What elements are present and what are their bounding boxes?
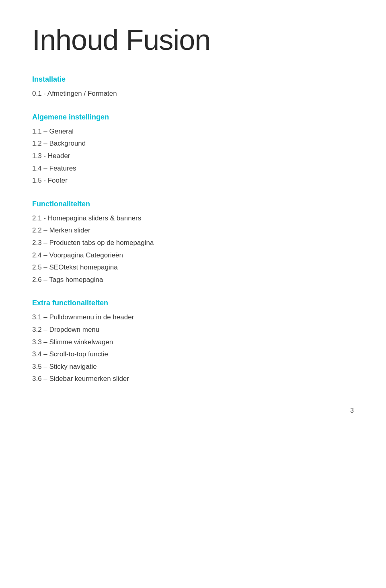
toc-item-31: 3.1 – Pulldownmenu in de header (32, 311, 354, 324)
section-installatie: Installatie 0.1 - Afmetingen / Formaten (32, 75, 354, 100)
section-algemene-instellingen: Algemene instellingen 1.1 – General 1.2 … (32, 113, 354, 187)
toc-item-23: 2.3 – Producten tabs op de homepagina (32, 237, 354, 249)
toc-item-26: 2.6 – Tags homepagina (32, 274, 354, 286)
toc-item-35: 3.5 – Sticky navigatie (32, 361, 354, 373)
toc-item-25: 2.5 – SEOtekst homepagina (32, 261, 354, 274)
toc-item-21: 2.1 - Homepagina sliders & banners (32, 212, 354, 225)
page-container: Inhoud Fusion Installatie 0.1 - Afmeting… (0, 0, 386, 430)
toc-item-01: 0.1 - Afmetingen / Formaten (32, 88, 354, 100)
toc-item-14: 1.4 – Features (32, 162, 354, 175)
toc-item-15: 1.5 - Footer (32, 175, 354, 187)
toc-item-22: 2.2 – Merken slider (32, 224, 354, 237)
page-number: 3 (350, 407, 354, 414)
section-heading-algemene-instellingen: Algemene instellingen (32, 113, 354, 121)
toc-item-24: 2.4 – Voorpagina Categorieën (32, 249, 354, 262)
section-extra-functionaliteiten: Extra functionaliteiten 3.1 – Pulldownme… (32, 299, 354, 385)
section-heading-functionaliteiten: Functionaliteiten (32, 200, 354, 208)
toc-item-33: 3.3 – Slimme winkelwagen (32, 336, 354, 349)
section-heading-extra-functionaliteiten: Extra functionaliteiten (32, 299, 354, 307)
page-title: Inhoud Fusion (32, 24, 354, 56)
toc-item-34: 3.4 – Scroll-to-top functie (32, 348, 354, 361)
toc-item-12: 1.2 – Background (32, 138, 354, 150)
section-functionaliteiten: Functionaliteiten 2.1 - Homepagina slide… (32, 200, 354, 286)
toc-item-36: 3.6 – Sidebar keurmerken slider (32, 373, 354, 385)
toc-item-13: 1.3 - Header (32, 150, 354, 162)
section-heading-installatie: Installatie (32, 75, 354, 84)
toc-item-11: 1.1 – General (32, 125, 354, 138)
toc-item-32: 3.2 – Dropdown menu (32, 324, 354, 336)
